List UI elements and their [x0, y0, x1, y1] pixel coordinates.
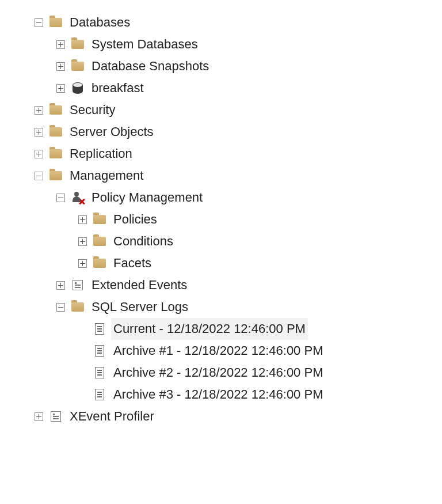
tree-node-facets[interactable]: Facets — [35, 252, 442, 274]
tree-node-log-archive-3[interactable]: Archive #3 - 12/18/2022 12:46:00 PM — [35, 384, 442, 406]
tree-label: Archive #2 - 12/18/2022 12:46:00 PM — [111, 362, 325, 384]
tree-label: Databases — [67, 12, 132, 33]
tree-label: Archive #1 - 12/18/2022 12:46:00 PM — [111, 340, 325, 362]
folder-icon — [93, 213, 106, 226]
tree-node-policy-management[interactable]: Policy Management — [35, 187, 442, 209]
tree-label: Archive #3 - 12/18/2022 12:46:00 PM — [111, 384, 325, 406]
tree-node-log-archive-2[interactable]: Archive #2 - 12/18/2022 12:46:00 PM — [35, 362, 442, 384]
folder-icon — [49, 103, 63, 117]
folder-icon — [49, 16, 63, 29]
tree-node-log-current[interactable]: Current - 12/18/2022 12:46:00 PM — [35, 318, 442, 340]
tree-label: Current - 12/18/2022 12:46:00 PM — [111, 318, 308, 340]
folder-icon — [93, 234, 106, 248]
tree-node-sql-server-logs[interactable]: SQL Server Logs — [35, 296, 442, 318]
no-expand-icon — [78, 391, 87, 399]
tree-node-database-snapshots[interactable]: Database Snapshots — [35, 55, 442, 77]
expand-icon[interactable] — [78, 237, 87, 246]
tree-label: Database Snapshots — [89, 55, 211, 77]
folder-icon — [71, 37, 85, 51]
folder-icon — [49, 169, 63, 183]
tree-label: Extended Events — [89, 274, 189, 296]
expand-icon[interactable] — [56, 84, 65, 93]
folder-icon — [49, 147, 63, 161]
tree-label: Server Objects — [67, 121, 156, 143]
tree-label: XEvent Profiler — [67, 406, 157, 427]
tree-node-breakfast[interactable]: breakfast — [35, 77, 442, 99]
folder-icon — [71, 300, 85, 314]
tree-label: Policy Management — [89, 187, 205, 209]
tree-node-xevent-profiler[interactable]: XEvent Profiler — [35, 406, 442, 427]
expand-icon[interactable] — [35, 150, 43, 158]
tree-node-system-databases[interactable]: System Databases — [35, 33, 442, 55]
database-icon — [71, 81, 85, 95]
extended-events-icon — [71, 278, 85, 292]
no-expand-icon — [78, 325, 87, 334]
log-file-icon — [93, 388, 106, 401]
tree-label: Management — [67, 165, 146, 187]
tree-node-management[interactable]: Management — [35, 165, 442, 187]
no-expand-icon — [78, 369, 87, 377]
tree-label: Facets — [111, 252, 154, 274]
xevent-profiler-icon — [49, 410, 63, 423]
expand-icon[interactable] — [56, 40, 65, 49]
log-file-icon — [93, 344, 106, 358]
tree-label: Replication — [67, 143, 135, 165]
log-file-icon — [93, 366, 106, 380]
tree-label: Security — [67, 99, 117, 121]
tree-label: System Databases — [89, 33, 200, 55]
tree-node-replication[interactable]: Replication — [35, 143, 442, 165]
tree-label: breakfast — [89, 77, 146, 99]
tree-label: SQL Server Logs — [89, 296, 190, 318]
expand-icon[interactable] — [78, 215, 87, 224]
object-explorer-tree: Databases System Databases Database Snap… — [0, 0, 442, 427]
no-expand-icon — [78, 347, 87, 355]
expand-icon[interactable] — [35, 128, 43, 137]
collapse-icon[interactable] — [35, 172, 43, 180]
tree-node-conditions[interactable]: Conditions — [35, 230, 442, 252]
expand-icon[interactable] — [56, 62, 65, 71]
log-file-icon — [93, 322, 106, 336]
folder-icon — [49, 125, 63, 139]
expand-icon[interactable] — [35, 106, 43, 115]
collapse-icon[interactable] — [56, 194, 65, 202]
tree-node-security[interactable]: Security — [35, 99, 442, 121]
tree-node-server-objects[interactable]: Server Objects — [35, 121, 442, 143]
tree-node-log-archive-1[interactable]: Archive #1 - 12/18/2022 12:46:00 PM — [35, 340, 442, 362]
folder-icon — [71, 59, 85, 73]
expand-icon[interactable] — [78, 259, 87, 268]
expand-icon[interactable] — [35, 412, 43, 421]
tree-label: Conditions — [111, 230, 176, 252]
tree-node-databases[interactable]: Databases — [35, 12, 442, 33]
expand-icon[interactable] — [56, 281, 65, 290]
tree-node-policies[interactable]: Policies — [35, 209, 442, 230]
collapse-icon[interactable] — [35, 18, 43, 27]
tree-label: Policies — [111, 209, 159, 230]
policy-management-icon — [71, 191, 85, 204]
folder-icon — [93, 256, 106, 270]
tree-node-extended-events[interactable]: Extended Events — [35, 274, 442, 296]
collapse-icon[interactable] — [56, 303, 65, 312]
